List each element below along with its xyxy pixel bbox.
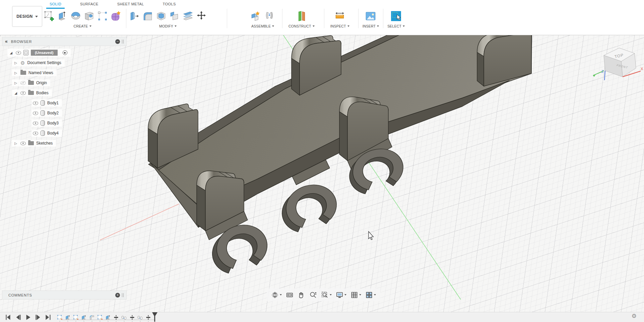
zoom-button[interactable] <box>308 290 319 300</box>
chevron-down-icon <box>403 25 405 27</box>
visibility-icon[interactable] <box>33 121 38 125</box>
minimize-panel-icon[interactable]: − <box>115 39 120 44</box>
group-create: CREATE <box>42 9 126 28</box>
measure-button[interactable] <box>333 9 346 23</box>
collapse-node-icon[interactable]: ◢ <box>13 91 18 95</box>
viewport-3d[interactable]: « BROWSER − ◢(Unsaved)▷⚙Document Setting… <box>0 35 644 312</box>
visibility-icon[interactable] <box>20 91 26 95</box>
timeline-playhead[interactable] <box>152 312 158 322</box>
chevron-down-icon <box>377 25 379 27</box>
browser-row-body1[interactable]: Body1 <box>2 99 127 107</box>
chevron-down-icon <box>175 25 177 27</box>
browser-row-bodies[interactable]: ◢Bodies <box>2 89 127 97</box>
browser-row-documentsettings[interactable]: ▷⚙Document Settings <box>2 58 127 67</box>
timeline-bar <box>0 312 644 322</box>
expand-node-icon[interactable]: ▷ <box>13 142 18 145</box>
step-back-button[interactable] <box>14 314 22 321</box>
go-to-start-button[interactable] <box>4 314 12 321</box>
construct-plane-button[interactable] <box>295 9 308 23</box>
pattern-button[interactable] <box>96 9 109 23</box>
extrude-button[interactable] <box>56 9 69 23</box>
tab-sheet-metal[interactable]: SHEET METAL <box>114 1 147 9</box>
folder-icon <box>20 71 26 75</box>
group-insert: INSERT <box>359 9 384 28</box>
browser-row-body3[interactable]: Body3 <box>2 119 127 127</box>
create-sketch-button[interactable] <box>42 9 56 23</box>
browser-row-label: Body1 <box>47 101 59 105</box>
design-menu-button[interactable]: DESIGN <box>12 6 42 27</box>
insert-image-button[interactable] <box>364 9 377 23</box>
view-cube[interactable]: TOP FRONT X Z <box>590 38 644 85</box>
browser-row-origin[interactable]: ▷Origin <box>2 78 127 87</box>
expand-node-icon[interactable]: ▷ <box>13 81 18 85</box>
grid-snaps-button[interactable] <box>349 290 363 300</box>
body-icon <box>41 100 45 106</box>
panel-drag-handle[interactable] <box>122 40 124 44</box>
pan-button[interactable] <box>296 290 307 300</box>
browser-row-unsaved[interactable]: ◢(Unsaved) <box>2 48 127 57</box>
hole-button[interactable] <box>82 9 96 23</box>
play-button[interactable] <box>24 314 32 321</box>
add-comment-icon[interactable]: + <box>115 293 120 298</box>
model-body[interactable] <box>148 35 532 276</box>
move-button[interactable] <box>195 9 208 23</box>
visibility-icon[interactable] <box>33 101 38 105</box>
browser-row-sketches[interactable]: ▷Sketches <box>2 139 127 148</box>
browser-row-body2[interactable]: Body2 <box>2 109 127 117</box>
tab-solid[interactable]: SOLID <box>46 1 65 9</box>
activate-component-radio[interactable] <box>63 50 67 55</box>
group-label-create[interactable]: CREATE <box>73 24 91 28</box>
revolve-button[interactable] <box>69 9 82 23</box>
expand-node-icon[interactable]: ▷ <box>13 71 18 75</box>
display-settings-button[interactable] <box>334 290 348 300</box>
gear-icon: ⚙ <box>20 60 25 65</box>
joint-button[interactable] <box>263 9 276 23</box>
panel-drag-handle[interactable] <box>122 293 124 297</box>
viewports-button[interactable] <box>364 290 378 300</box>
tab-surface[interactable]: SURFACE <box>77 1 102 9</box>
fit-button[interactable] <box>319 290 333 300</box>
group-modify: MODIFY <box>126 9 227 28</box>
group-label-inspect[interactable]: INSPECT <box>330 24 349 28</box>
orbit-button[interactable] <box>269 290 283 300</box>
visibility-icon[interactable] <box>33 131 38 135</box>
visibility-icon[interactable] <box>16 51 21 55</box>
browser-row-body4[interactable]: Body4 <box>2 129 127 138</box>
group-construct: CONSTRUCT <box>282 9 324 28</box>
combine-button[interactable] <box>168 9 181 23</box>
comments-header[interactable]: COMMENTS + <box>2 290 127 300</box>
go-to-end-button[interactable] <box>44 314 52 321</box>
new-component-button[interactable] <box>249 9 263 23</box>
group-label-modify[interactable]: MODIFY <box>159 24 177 28</box>
body-icon <box>41 110 45 116</box>
fillet-button[interactable] <box>141 9 154 23</box>
visibility-icon[interactable] <box>20 142 26 145</box>
group-label-assemble[interactable]: ASSEMBLE <box>251 24 274 28</box>
gear-icon[interactable]: ⚙ <box>632 313 637 319</box>
press-pull-button[interactable] <box>128 9 141 23</box>
browser-row-namedviews[interactable]: ▷Named Views <box>2 68 127 77</box>
form-button[interactable] <box>109 9 123 23</box>
group-label-insert[interactable]: INSERT <box>363 24 379 28</box>
collapse-node-icon[interactable]: ◢ <box>9 51 13 55</box>
expand-node-icon[interactable]: ▷ <box>13 61 18 65</box>
offset-face-button[interactable] <box>181 9 195 23</box>
shell-button[interactable] <box>154 9 168 23</box>
browser-row-label: Document Settings <box>27 60 61 65</box>
group-label-select[interactable]: SELECT <box>387 24 405 28</box>
group-label-construct[interactable]: CONSTRUCT <box>288 24 315 28</box>
collapse-panel-icon[interactable]: « <box>5 39 8 44</box>
comments-title: COMMENTS <box>8 293 115 297</box>
chevron-down-icon <box>344 294 346 296</box>
visibility-off-icon[interactable] <box>20 81 26 85</box>
ribbon-toolbar: DESIGN SOLID SURFACE SHEET METAL TOOLS C… <box>0 0 644 35</box>
visibility-icon[interactable] <box>33 111 38 115</box>
browser-row-label: Body4 <box>47 131 59 136</box>
tab-tools[interactable]: TOOLS <box>159 1 179 9</box>
browser-header[interactable]: « BROWSER − <box>2 37 127 46</box>
axis-z-label: Z <box>601 70 603 73</box>
timeline-track <box>61 320 154 320</box>
step-forward-button[interactable] <box>34 314 42 321</box>
look-at-button[interactable] <box>284 290 295 300</box>
select-button[interactable] <box>389 9 403 23</box>
